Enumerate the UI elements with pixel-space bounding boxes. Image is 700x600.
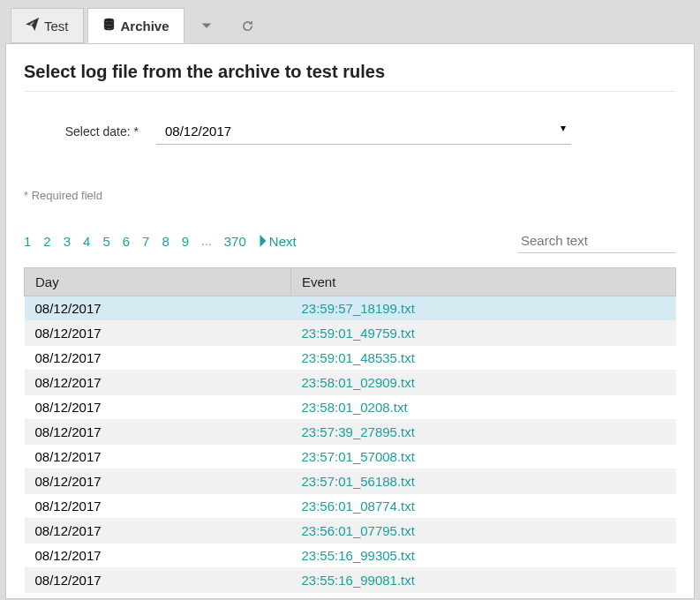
cell-day: 08/12/2017 [25, 371, 291, 395]
tab-archive-label: Archive [121, 19, 169, 34]
cell-event: 23:59:01_48535.txt [291, 346, 676, 371]
cell-event: 23:57:01_57008.txt [291, 445, 676, 469]
cell-day: 08/12/2017 [25, 445, 291, 469]
event-link[interactable]: 23:55:16_98142.txt [302, 597, 415, 599]
table-row[interactable]: 08/12/201723:55:16_99081.txt [25, 568, 676, 593]
cell-event: 23:55:16_99081.txt [291, 568, 676, 593]
paper-plane-icon [26, 18, 39, 34]
page-link-2[interactable]: 2 [43, 234, 50, 249]
cell-day: 08/12/2017 [25, 296, 291, 321]
table-row[interactable]: 08/12/201723:58:01_0208.txt [25, 395, 676, 420]
event-link[interactable]: 23:59:01_49759.txt [302, 326, 415, 341]
table-row[interactable]: 08/12/201723:55:16_98142.txt [25, 593, 676, 600]
cell-day: 08/12/2017 [25, 321, 291, 346]
page-next[interactable]: Next [259, 234, 297, 249]
page-link-7[interactable]: 7 [142, 234, 149, 249]
page-link-last[interactable]: 370 [224, 234, 246, 249]
table-row[interactable]: 08/12/201723:57:01_57008.txt [25, 445, 676, 469]
cell-day: 08/12/2017 [25, 568, 291, 593]
event-link[interactable]: 23:57:01_56188.txt [302, 474, 415, 489]
cell-day: 08/12/2017 [25, 593, 291, 600]
table-row[interactable]: 08/12/201723:59:01_48535.txt [25, 346, 676, 371]
search-input[interactable] [517, 229, 676, 253]
page-ellipsis: ... [201, 234, 212, 248]
cell-event: 23:58:01_0208.txt [291, 395, 676, 420]
cell-day: 08/12/2017 [25, 544, 291, 568]
select-date-label: Select date: * [24, 124, 156, 139]
event-link[interactable]: 23:55:16_99305.txt [302, 548, 415, 563]
event-link[interactable]: 23:59:01_48535.txt [302, 350, 415, 365]
page-link-9[interactable]: 9 [182, 234, 189, 249]
cell-event: 23:58:01_02909.txt [291, 371, 676, 395]
svg-point-0 [103, 19, 113, 22]
cell-day: 08/12/2017 [25, 494, 291, 519]
table-row[interactable]: 08/12/201723:58:01_02909.txt [25, 371, 676, 395]
event-link[interactable]: 23:56:01_08774.txt [302, 499, 415, 514]
column-day[interactable]: Day [25, 268, 291, 296]
page-link-1[interactable]: 1 [24, 234, 31, 249]
page-link-3[interactable]: 3 [64, 234, 71, 249]
column-event[interactable]: Event [291, 268, 676, 296]
content-panel: Select log file from the archive to test… [5, 43, 695, 599]
cell-day: 08/12/2017 [25, 395, 291, 420]
table-row[interactable]: 08/12/201723:56:01_08774.txt [25, 494, 676, 519]
page-title: Select log file from the archive to test… [24, 62, 676, 92]
cell-event: 23:56:01_08774.txt [291, 494, 676, 519]
event-link[interactable]: 23:58:01_0208.txt [302, 400, 408, 415]
cell-event: 23:57:39_27895.txt [291, 420, 676, 445]
table-row[interactable]: 08/12/201723:57:01_56188.txt [25, 469, 676, 494]
pagination: 123456789...370Next [24, 234, 297, 249]
pager-row: 123456789...370Next [24, 229, 676, 253]
tab-test[interactable]: Test [11, 8, 84, 43]
table-row[interactable]: 08/12/201723:59:57_18199.txt [25, 296, 676, 321]
cell-event: 23:57:01_56188.txt [291, 469, 676, 494]
refresh-icon[interactable] [229, 12, 267, 40]
page-link-6[interactable]: 6 [123, 234, 130, 249]
cell-day: 08/12/2017 [25, 346, 291, 371]
cell-day: 08/12/2017 [25, 469, 291, 494]
tab-archive[interactable]: Archive [87, 8, 184, 43]
table-row[interactable]: 08/12/201723:59:01_49759.txt [25, 321, 676, 346]
event-link[interactable]: 23:59:57_18199.txt [302, 301, 415, 316]
database-icon [102, 18, 116, 34]
table-row[interactable]: 08/12/201723:57:39_27895.txt [25, 420, 676, 445]
date-row: Select date: * 08/12/2017 [24, 118, 676, 145]
cell-event: 23:59:01_49759.txt [291, 321, 676, 346]
log-table: Day Event 08/12/201723:59:57_18199.txt08… [24, 267, 676, 599]
event-link[interactable]: 23:58:01_02909.txt [302, 375, 415, 390]
page-link-5[interactable]: 5 [102, 234, 109, 249]
table-row[interactable]: 08/12/201723:55:16_99305.txt [25, 544, 676, 568]
page-link-4[interactable]: 4 [83, 234, 90, 249]
cell-event: 23:59:57_18199.txt [291, 296, 676, 321]
cell-day: 08/12/2017 [25, 420, 291, 445]
chevron-down-icon[interactable] [188, 12, 225, 39]
event-link[interactable]: 23:57:39_27895.txt [302, 424, 415, 439]
page-link-8[interactable]: 8 [162, 234, 169, 249]
tab-test-label: Test [44, 19, 69, 34]
event-link[interactable]: 23:56:01_07795.txt [302, 523, 415, 538]
cell-day: 08/12/2017 [25, 519, 291, 544]
tab-toolbar: Test Archive [0, 0, 700, 44]
cell-event: 23:55:16_99305.txt [291, 544, 676, 568]
required-note: * Required field [24, 189, 676, 202]
cell-event: 23:55:16_98142.txt [291, 593, 676, 600]
date-select-wrap: 08/12/2017 [156, 118, 571, 145]
table-row[interactable]: 08/12/201723:56:01_07795.txt [25, 519, 676, 544]
event-link[interactable]: 23:55:16_99081.txt [302, 573, 415, 588]
event-link[interactable]: 23:57:01_57008.txt [302, 449, 415, 464]
date-select[interactable]: 08/12/2017 [156, 118, 571, 145]
cell-event: 23:56:01_07795.txt [291, 519, 676, 544]
